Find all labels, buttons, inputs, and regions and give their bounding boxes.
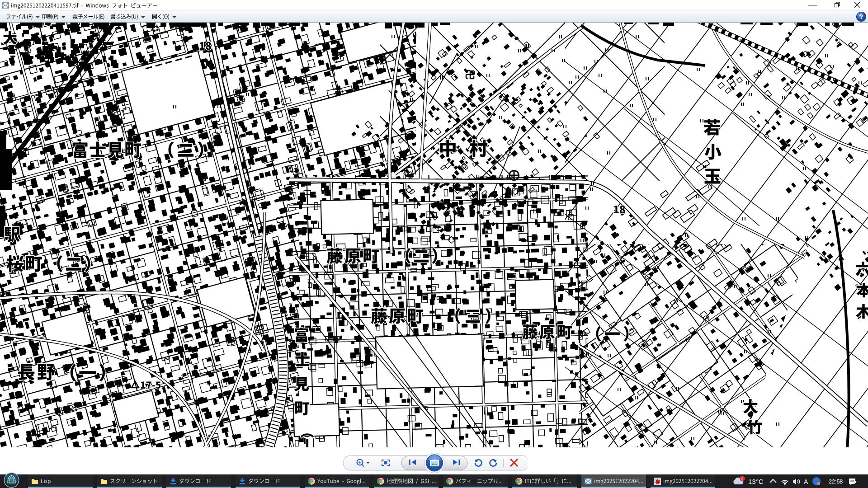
svg-text:?: ? xyxy=(859,13,863,20)
svg-text:A: A xyxy=(804,478,808,485)
svg-text:3: 3 xyxy=(741,476,743,481)
svg-text:22:58: 22:58 xyxy=(829,479,843,485)
